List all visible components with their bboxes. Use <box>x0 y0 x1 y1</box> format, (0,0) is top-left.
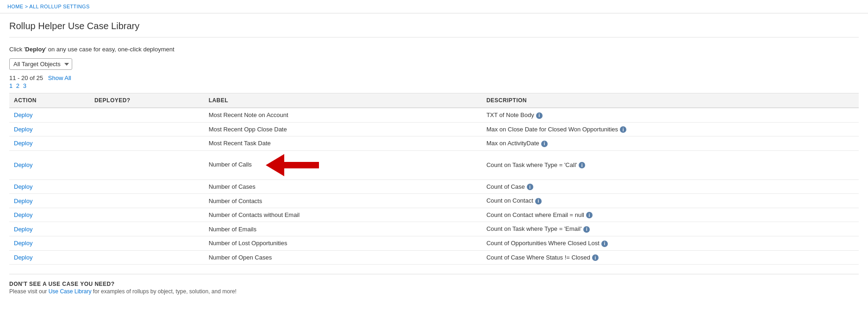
deploy-link[interactable]: Deploy <box>14 183 32 190</box>
label-text: Most Recent Opp Close Date <box>209 126 287 133</box>
page-title: Rollup Helper Use Case Library <box>9 21 859 37</box>
action-cell: Deploy <box>9 122 90 136</box>
label-text: Number of Calls <box>209 161 252 168</box>
info-icon[interactable]: i <box>579 162 585 168</box>
description-cell: Count of Opportunities Where Closed Lost… <box>482 236 859 250</box>
show-all-link[interactable]: Show All <box>48 74 71 81</box>
label-text: Number of Contacts without Email <box>209 211 300 218</box>
description-cell: Count on Task where Type = 'Email'i <box>482 222 859 236</box>
description-cell: Count on Task where Type = 'Call'i <box>482 150 859 179</box>
info-icon[interactable]: i <box>527 184 533 190</box>
table-row: DeployNumber of CasesCount of Casei <box>9 179 859 194</box>
action-cell: Deploy <box>9 108 90 122</box>
description-text: Count of Opportunities Where Closed Lost <box>487 240 599 247</box>
action-cell: Deploy <box>9 179 90 194</box>
description-cell: Count of Casei <box>482 179 859 194</box>
description-text: Count on Task where Type = 'Call' <box>487 161 577 168</box>
info-icon[interactable]: i <box>535 198 542 204</box>
col-label: LABEL <box>204 93 482 108</box>
label-text: Number of Contacts <box>209 198 262 204</box>
label-cell: Number of Lost Opportunities <box>204 236 482 250</box>
label-text: Most Recent Task Date <box>209 140 271 147</box>
action-cell: Deploy <box>9 136 90 151</box>
description-cell: Max on ActivityDatei <box>482 136 859 151</box>
description-text: Max on Close Date for Closed Won Opportu… <box>487 126 618 133</box>
svg-rect-0 <box>284 162 319 168</box>
label-cell: Most Recent Note on Account <box>204 108 482 122</box>
label-cell: Number of Contacts <box>204 194 482 208</box>
table-row: DeployNumber of Calls Count on Task wher… <box>9 150 859 179</box>
deployed-cell <box>90 136 204 151</box>
info-icon[interactable]: i <box>592 254 599 261</box>
label-text: Number of Cases <box>209 183 256 190</box>
deployed-cell <box>90 236 204 250</box>
page-link-2[interactable]: 2 <box>16 82 19 89</box>
info-icon[interactable]: i <box>620 126 626 133</box>
description-cell: Count of Case Where Status != Closedi <box>482 250 859 265</box>
deploy-link[interactable]: Deploy <box>14 226 32 233</box>
info-icon[interactable]: i <box>536 112 543 119</box>
label-text: Number of Emails <box>209 226 256 233</box>
description-cell: Count on Contacti <box>482 194 859 208</box>
deployed-cell <box>90 150 204 179</box>
deploy-link[interactable]: Deploy <box>14 126 32 133</box>
description-text: Count on Contact <box>487 197 533 204</box>
page-link-1[interactable]: 1 <box>9 82 12 89</box>
info-icon[interactable]: i <box>601 241 608 247</box>
breadcrumb-current: ALL ROLLUP SETTINGS <box>29 4 89 9</box>
target-objects-select[interactable]: All Target Objects Account Contact Oppor… <box>9 58 72 70</box>
deploy-link[interactable]: Deploy <box>14 198 32 204</box>
deploy-link[interactable]: Deploy <box>14 161 32 168</box>
action-cell: Deploy <box>9 250 90 265</box>
deployed-cell <box>90 122 204 136</box>
description-text: TXT of Note Body <box>487 111 534 118</box>
label-cell: Number of Cases <box>204 179 482 194</box>
breadcrumb-separator: > <box>25 4 30 9</box>
info-icon[interactable]: i <box>541 141 548 147</box>
col-deployed: DEPLOYED? <box>90 93 204 108</box>
deploy-link[interactable]: Deploy <box>14 211 32 218</box>
page-links: 1 2 3 <box>9 82 859 89</box>
label-text: Number of Open Cases <box>209 254 272 261</box>
table-row: DeployNumber of EmailsCount on Task wher… <box>9 222 859 236</box>
label-cell: Number of Emails <box>204 222 482 236</box>
action-cell: Deploy <box>9 150 90 179</box>
table-row: DeployMost Recent Note on AccountTXT of … <box>9 108 859 122</box>
table-row: DeployMost Recent Task DateMax on Activi… <box>9 136 859 151</box>
table-row: DeployNumber of ContactsCount on Contact… <box>9 194 859 208</box>
table-body: DeployMost Recent Note on AccountTXT of … <box>9 108 859 265</box>
deployed-cell <box>90 194 204 208</box>
label-cell: Number of Calls <box>204 150 482 179</box>
deploy-link[interactable]: Deploy <box>14 140 32 147</box>
label-cell: Most Recent Opp Close Date <box>204 122 482 136</box>
col-action: ACTION <box>9 93 90 108</box>
label-text: Most Recent Note on Account <box>209 111 288 118</box>
info-icon[interactable]: i <box>583 226 590 233</box>
deploy-link[interactable]: Deploy <box>14 240 32 247</box>
table-row: DeployMost Recent Opp Close DateMax on C… <box>9 122 859 136</box>
deployed-cell <box>90 208 204 222</box>
description-text: Count on Task where Type = 'Email' <box>487 225 582 232</box>
deployed-cell <box>90 250 204 265</box>
table-row: DeployNumber of Lost OpportunitiesCount … <box>9 236 859 250</box>
description-text: Max on ActivityDate <box>487 140 539 147</box>
breadcrumb-home[interactable]: HOME <box>7 4 23 9</box>
col-description: DESCRIPTION <box>482 93 859 108</box>
deploy-link[interactable]: Deploy <box>14 111 32 118</box>
filter-row: All Target Objects Account Contact Oppor… <box>9 58 859 70</box>
label-cell: Number of Contacts without Email <box>204 208 482 222</box>
use-case-library-link[interactable]: Use Case Library <box>49 288 92 295</box>
footer-text: Please visit our Use Case Library for ex… <box>9 288 859 295</box>
description-text: Count of Case Where Status != Closed <box>487 254 590 261</box>
description-text: Count on Contact where Email = null <box>487 211 584 218</box>
deploy-link[interactable]: Deploy <box>14 254 32 261</box>
action-cell: Deploy <box>9 194 90 208</box>
info-icon[interactable]: i <box>586 212 593 218</box>
page-link-3[interactable]: 3 <box>23 82 26 89</box>
action-cell: Deploy <box>9 236 90 250</box>
table-header: ACTION DEPLOYED? LABEL DESCRIPTION <box>9 93 859 108</box>
pagination-range: 11 - 20 of 25 <box>9 74 43 81</box>
red-arrow-icon <box>266 154 321 176</box>
instructions: Click 'Deploy' on any use case for easy,… <box>9 46 859 53</box>
deployed-cell <box>90 108 204 122</box>
